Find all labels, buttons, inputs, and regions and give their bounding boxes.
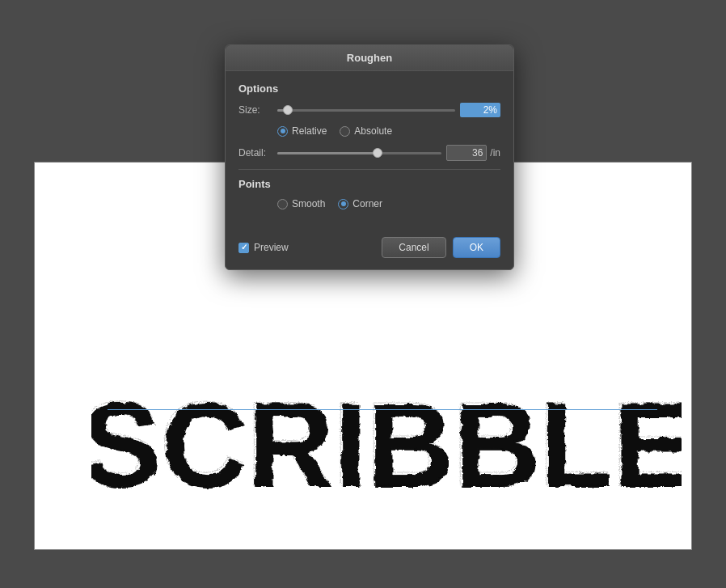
roughen-dialog: Roughen Options Size: Relative <box>225 44 514 270</box>
relative-radio-circle[interactable] <box>277 126 288 137</box>
detail-unit-label: /in <box>490 147 500 159</box>
size-slider-container[interactable] <box>277 104 455 116</box>
smooth-radio-item[interactable]: Smooth <box>277 198 325 209</box>
corner-radio-dot <box>341 201 346 206</box>
detail-slider-fill <box>277 152 376 154</box>
detail-slider-container[interactable] <box>277 147 441 159</box>
size-type-row: Relative Absolute <box>238 125 500 137</box>
divider <box>238 169 500 170</box>
absolute-radio-label: Absolute <box>354 125 392 137</box>
preview-label: Preview <box>254 242 289 253</box>
detail-slider-track <box>277 152 441 154</box>
size-row: Size: <box>238 103 500 117</box>
relative-radio-item[interactable]: Relative <box>277 125 327 137</box>
relative-radio-label: Relative <box>292 125 327 137</box>
relative-radio-dot <box>281 129 285 133</box>
points-type-row: Smooth Corner <box>238 198 500 209</box>
size-slider-track <box>277 109 455 112</box>
dialog-body: Options Size: Relative Absolute <box>226 71 513 229</box>
dialog-title: Roughen <box>347 52 392 64</box>
ok-button[interactable]: OK <box>453 237 500 258</box>
cancel-button[interactable]: Cancel <box>382 237 445 258</box>
corner-radio-label: Corner <box>352 198 382 209</box>
selection-line <box>108 409 657 410</box>
size-value-input[interactable] <box>460 103 500 117</box>
absolute-radio-circle[interactable] <box>340 126 350 137</box>
options-section-label: Options <box>238 82 500 95</box>
points-section-label: Points <box>238 178 500 190</box>
size-label: Size: <box>238 104 277 116</box>
scribble-text-wrapper: SCRIBBLE SCRIBBLE <box>75 332 698 551</box>
preview-checkbox[interactable]: ✓ <box>238 243 249 253</box>
smooth-radio-label: Smooth <box>292 198 325 209</box>
detail-label: Detail: <box>238 147 277 159</box>
scribble-text-stroke: SCRIBBLE <box>91 377 682 510</box>
corner-radio-circle[interactable] <box>338 199 348 209</box>
checkmark-icon: ✓ <box>241 243 247 252</box>
absolute-radio-item[interactable]: Absolute <box>340 125 392 137</box>
detail-row: Detail: /in <box>238 145 500 161</box>
scribble-svg: SCRIBBLE SCRIBBLE <box>91 361 682 522</box>
dialog-titlebar: Roughen <box>226 45 513 71</box>
size-slider-thumb[interactable] <box>283 105 293 115</box>
preview-row: ✓ Preview <box>238 242 375 253</box>
dialog-footer: ✓ Preview Cancel OK <box>226 229 513 269</box>
corner-radio-item[interactable]: Corner <box>338 198 382 209</box>
detail-value-input[interactable] <box>446 145 487 161</box>
smooth-radio-circle[interactable] <box>277 199 288 209</box>
detail-slider-thumb[interactable] <box>373 148 382 158</box>
